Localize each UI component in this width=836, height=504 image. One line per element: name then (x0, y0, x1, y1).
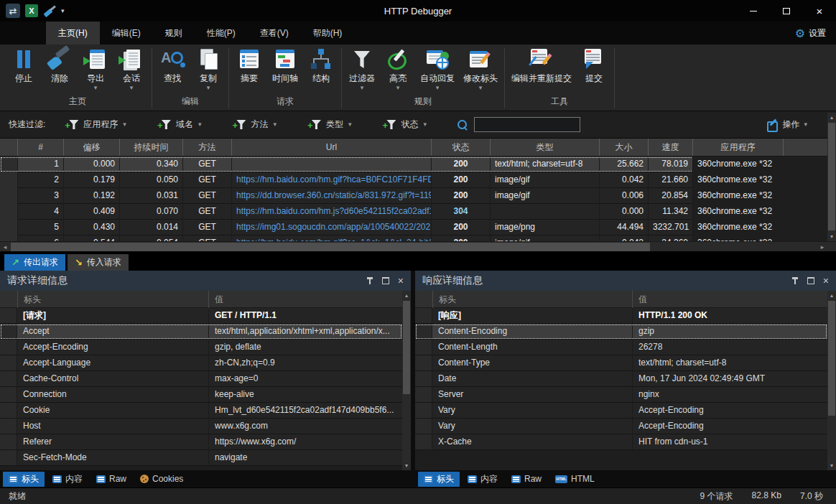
ribbon-button[interactable]: 会话 (113, 46, 149, 91)
header-row[interactable]: Connection keep-alive (0, 387, 402, 403)
action-button[interactable]: 操作 (767, 118, 827, 131)
ribbon-button[interactable]: 停止 (6, 46, 42, 91)
header-row[interactable]: Date Mon, 17 Jun 2024 02:49:49 GMT (415, 371, 827, 387)
pin-icon[interactable] (791, 276, 799, 285)
ribbon-button[interactable]: 高亮 (380, 46, 416, 91)
header-row[interactable]: Cache-Control max-age=0 (0, 371, 402, 387)
filter-button[interactable]: 状态 (384, 118, 427, 131)
header-row[interactable]: Referer https://www.x6g.com/ (0, 434, 402, 450)
header-row[interactable]: Sec-Fetch-Mode navigate (0, 450, 402, 466)
column-status[interactable]: 状态 (431, 139, 490, 156)
column-duration[interactable]: 持续时间 (119, 139, 182, 156)
scroll-left-icon[interactable]: ◂ (0, 242, 10, 251)
column-domain[interactable] (783, 139, 827, 156)
close-button[interactable]: × (803, 0, 836, 22)
menu-item[interactable]: 编辑(E) (100, 22, 153, 45)
panel-tab[interactable]: Raw (90, 472, 132, 485)
scroll-down-icon[interactable]: ▾ (827, 461, 836, 470)
close-panel-icon[interactable]: × (398, 276, 404, 286)
scroll-down-icon[interactable]: ▾ (402, 461, 411, 470)
menu-item[interactable]: 主页(H) (46, 22, 100, 45)
ribbon-button[interactable]: 编辑并重新提交 (507, 46, 576, 91)
ribbon-button[interactable]: 复制 (190, 46, 226, 91)
header-row[interactable]: [响应] HTTP/1.1 200 OK (415, 308, 827, 324)
filter-button[interactable]: 方法 (234, 118, 277, 131)
column-value[interactable]: 值 (208, 291, 402, 308)
ribbon-button[interactable]: 时间轴 (267, 46, 303, 91)
response-panel-scrollbar[interactable]: ▴ ▾ (827, 291, 836, 470)
header-row[interactable]: [请求] GET / HTTP/1.1 (0, 308, 402, 324)
stream-tab[interactable]: 传出请求 (4, 254, 65, 271)
quick-access-dropdown-icon[interactable]: ▾ (61, 7, 65, 14)
table-row[interactable]: 2 0.179 0.050 GET https://hm.baidu.com/h… (0, 172, 827, 188)
table-row[interactable]: 5 0.430 0.014 GET https://img01.sogoucdn… (0, 220, 827, 235)
panel-tab[interactable]: 内容 (47, 472, 88, 487)
horizontal-scroll-thumb[interactable] (11, 243, 650, 251)
column-url[interactable]: Url (231, 139, 431, 156)
filter-button[interactable]: 域名 (159, 118, 202, 131)
panel-tab[interactable]: Cookies (134, 472, 189, 485)
panel-tab[interactable]: Raw (506, 472, 547, 485)
cell-url[interactable]: https://hm.baidu.com/hm.gif?cc=1&ck=1&cl… (231, 235, 431, 241)
ribbon-button[interactable]: 结构 (303, 46, 339, 91)
column-size[interactable]: 大小 (599, 139, 648, 156)
maximize-panel-icon[interactable] (807, 277, 814, 284)
filter-button[interactable]: 类型 (310, 118, 352, 131)
close-panel-icon[interactable]: × (823, 276, 829, 286)
header-row[interactable]: Cookie Hm_lvt_d60e542115f2ca02adf147d409… (0, 403, 402, 419)
app-swap-arrows-icon[interactable]: ⇄ (6, 4, 20, 18)
scroll-up-icon[interactable]: ▴ (402, 291, 411, 300)
filter-button[interactable]: 应用程序 (67, 118, 126, 131)
settings-button[interactable]: 设置 (795, 22, 836, 45)
table-row[interactable]: 1 0.000 0.340 GET 200 text/html; charset… (0, 157, 827, 172)
header-row[interactable]: Accept-Encoding gzip, deflate (0, 340, 402, 355)
column-offset[interactable]: 偏移 (63, 139, 119, 156)
ribbon-button[interactable]: 查找 (154, 46, 190, 91)
header-row[interactable]: Host www.x6g.com (0, 419, 402, 434)
column-application[interactable]: 应用程序 (692, 139, 783, 156)
column-type[interactable]: 类型 (490, 139, 599, 156)
column-number[interactable]: # (17, 139, 63, 156)
vertical-scroll-thumb[interactable] (828, 123, 835, 230)
search-input[interactable] (474, 117, 580, 132)
header-row[interactable]: Accept-Language zh-CN,zh;q=0.9 (0, 355, 402, 371)
menu-item[interactable]: 性能(P) (195, 22, 248, 45)
table-row[interactable]: 3 0.192 0.031 GET https://dd.browser.360… (0, 188, 827, 204)
column-speed[interactable]: 速度 (648, 139, 692, 156)
ribbon-button[interactable]: 过滤器 (344, 46, 380, 91)
ribbon-button[interactable]: 导出 (78, 46, 113, 91)
ribbon-button[interactable]: 修改标头 (459, 46, 502, 91)
horizontal-scrollbar[interactable]: ◂ ▸ (0, 241, 836, 251)
panel-tab[interactable]: HTML (549, 472, 600, 485)
header-row[interactable]: Vary Accept-Encoding (415, 419, 827, 434)
minimize-button[interactable] (737, 0, 770, 22)
header-row[interactable]: Content-Encoding gzip (415, 324, 827, 340)
panel-tab[interactable]: 标头 (3, 472, 45, 487)
vertical-scroll-thumb[interactable] (403, 301, 410, 394)
stream-tab[interactable]: 传入请求 (68, 254, 129, 271)
ribbon-button[interactable]: 清除 (42, 46, 78, 91)
vertical-scroll-thumb[interactable] (828, 301, 835, 416)
maximize-panel-icon[interactable] (382, 277, 389, 284)
scroll-up-icon[interactable]: ▴ (827, 113, 836, 122)
pin-icon[interactable] (366, 276, 373, 285)
excel-export-icon[interactable]: X (25, 4, 38, 17)
header-row[interactable]: Server nginx (415, 387, 827, 403)
brush-icon[interactable] (43, 4, 56, 17)
scroll-up-icon[interactable]: ▴ (827, 291, 836, 300)
table-row[interactable]: 4 0.409 0.070 GET https://hm.baidu.com/h… (0, 204, 827, 220)
request-panel-scrollbar[interactable]: ▴ ▾ (402, 291, 411, 470)
menu-item[interactable]: 查看(V) (248, 22, 301, 45)
column-header[interactable]: 标头 (432, 291, 632, 308)
header-row[interactable]: Accept text/html,application/xhtml+xml,a… (0, 324, 402, 340)
table-vertical-scrollbar[interactable]: ▴ ▾ (827, 113, 836, 241)
column-method[interactable]: 方法 (182, 139, 231, 156)
scroll-down-icon[interactable]: ▾ (827, 232, 836, 241)
maximize-button[interactable] (770, 0, 803, 22)
ribbon-button[interactable]: 摘要 (231, 46, 267, 91)
header-row[interactable]: X-Cache HIT from cdn-us-1 (415, 434, 827, 450)
header-row[interactable]: Vary Accept-Encoding (415, 403, 827, 419)
menu-item[interactable]: 帮助(H) (301, 22, 355, 45)
panel-tab[interactable]: 内容 (462, 472, 503, 487)
header-row[interactable]: Content-Length 26278 (415, 340, 827, 355)
